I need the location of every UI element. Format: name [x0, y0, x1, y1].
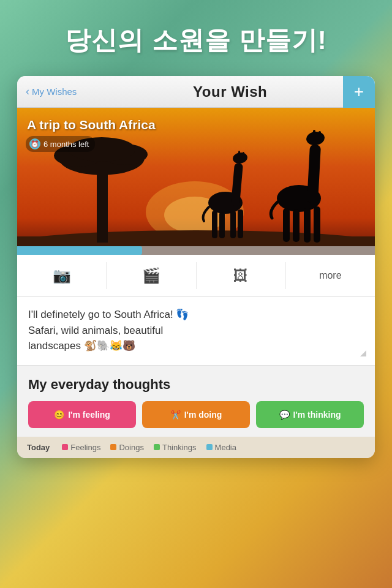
nav-title: Your Wish: [85, 83, 375, 100]
svg-rect-25: [313, 130, 315, 141]
thinking-label: I'm thinking: [293, 410, 341, 420]
svg-rect-29: [304, 208, 311, 243]
more-label: more: [319, 270, 341, 281]
svg-rect-26: [318, 131, 321, 140]
svg-rect-30: [314, 206, 320, 243]
thinking-button[interactable]: 💬 I'm thinking: [256, 401, 364, 428]
thoughts-title: My everyday thoughts: [28, 377, 364, 393]
more-button[interactable]: more: [286, 262, 375, 289]
camera-button[interactable]: 📷: [17, 262, 107, 289]
svg-rect-16: [238, 151, 240, 159]
legend-thinkings: Thinkings: [154, 443, 197, 452]
camera-icon: 📷: [53, 267, 71, 284]
feelings-label: Feelings: [70, 443, 100, 452]
back-label: My Wishes: [32, 86, 77, 97]
wish-notes[interactable]: I'll definetely go to South Africa! 👣 Sa…: [17, 297, 375, 366]
progress-bar-container: [17, 246, 375, 255]
feelings-dot: [62, 444, 68, 450]
doing-icon: ✂️: [170, 410, 181, 420]
clock-icon: ⏰: [29, 138, 40, 149]
svg-rect-19: [219, 212, 225, 238]
navigation-bar: ‹ My Wishes Your Wish +: [17, 76, 375, 108]
today-label: Today: [27, 443, 50, 452]
page-title: 당신의 소원을 만들기!: [0, 0, 392, 76]
legend-doings: Doings: [110, 443, 143, 452]
frame-button[interactable]: 🖼: [197, 262, 286, 289]
media-label: Media: [215, 443, 236, 452]
doings-dot: [110, 444, 116, 450]
media-dot: [206, 444, 213, 450]
bottom-bar: Today Feelings Doings Thinkings Media: [17, 437, 375, 458]
time-badge: ⏰ 6 months left: [26, 136, 95, 152]
wish-image-section: A trip to South Africa ⏰ 6 months left: [17, 108, 375, 255]
svg-rect-20: [230, 211, 236, 238]
thoughts-section: My everyday thoughts 😊 I'm feeling ✂️ I'…: [17, 366, 375, 437]
legend-media: Media: [206, 443, 236, 452]
svg-rect-18: [212, 211, 217, 238]
legend-feelings: Feelings: [62, 443, 100, 452]
doings-label: Doings: [119, 443, 143, 452]
time-text: 6 months left: [43, 140, 89, 149]
svg-rect-28: [293, 209, 300, 242]
wish-title: A trip to South Africa: [27, 118, 156, 132]
wish-card: ‹ My Wishes Your Wish +: [17, 76, 375, 458]
thinking-icon: 💬: [279, 410, 290, 420]
add-button[interactable]: +: [343, 76, 375, 108]
video-button[interactable]: 🎬: [107, 262, 196, 289]
svg-rect-27: [283, 208, 290, 242]
svg-rect-21: [238, 209, 243, 238]
svg-rect-17: [243, 152, 244, 159]
thoughts-buttons: 😊 I'm feeling ✂️ I'm doing 💬 I'm thinkin…: [28, 401, 364, 428]
doing-label: I'm doing: [184, 410, 222, 420]
frame-icon: 🖼: [233, 267, 248, 284]
feeling-button[interactable]: 😊 I'm feeling: [28, 401, 136, 428]
action-row: 📷 🎬 🖼 more: [17, 255, 375, 297]
svg-rect-5: [97, 169, 108, 243]
back-button[interactable]: ‹ My Wishes: [17, 76, 85, 107]
feeling-label: I'm feeling: [68, 410, 110, 420]
thinkings-label: Thinkings: [162, 443, 197, 452]
chevron-left-icon: ‹: [26, 85, 29, 98]
feeling-icon: 😊: [54, 410, 64, 420]
video-icon: 🎬: [142, 267, 160, 284]
doing-button[interactable]: ✂️ I'm doing: [142, 401, 250, 428]
thinkings-dot: [154, 444, 160, 450]
progress-bar-fill: [17, 246, 142, 255]
